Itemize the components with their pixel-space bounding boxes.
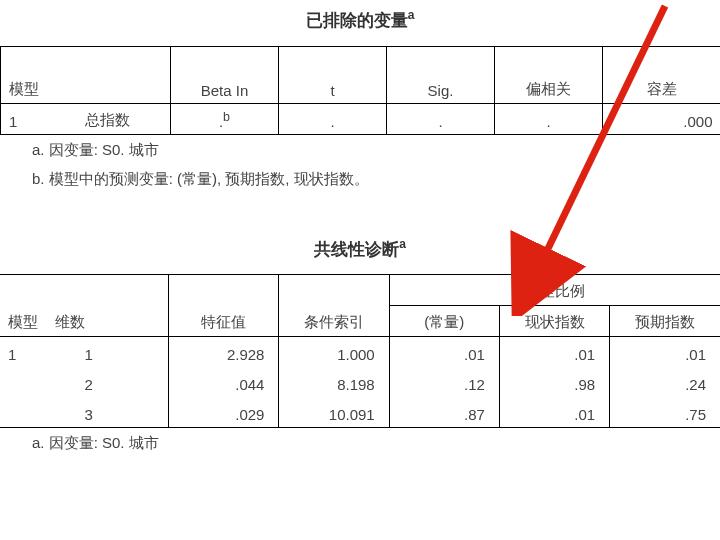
- cell-dim: 2: [76, 367, 168, 397]
- cell-sig: .: [387, 103, 495, 134]
- cell-cur: .01: [499, 337, 609, 368]
- cell-dim: 3: [76, 397, 168, 428]
- cell-cond: 8.198: [279, 367, 389, 397]
- cell-cond: 1.000: [279, 337, 389, 368]
- cell-const: .01: [389, 337, 499, 368]
- cell-exp: .01: [610, 337, 720, 368]
- cell-cur: .01: [499, 397, 609, 428]
- hdr-t: t: [279, 46, 387, 103]
- hdr2-model-dim: 模型 维数: [0, 275, 169, 337]
- cell-beta-in: .b: [171, 103, 279, 134]
- cell-eigen: .029: [169, 397, 279, 428]
- hdr-partial: 偏相关: [495, 46, 603, 103]
- table-row: 1 1 2.928 1.000 .01 .01 .01: [0, 337, 720, 368]
- hdr2-exp: 预期指数: [610, 306, 720, 337]
- cell-const: .12: [389, 367, 499, 397]
- cell-model: 1: [0, 337, 76, 368]
- cell-cur: .98: [499, 367, 609, 397]
- cell-exp: .24: [610, 367, 720, 397]
- cell-cond: 10.091: [279, 397, 389, 428]
- cell-partial: .: [495, 103, 603, 134]
- cell-model: [0, 367, 76, 397]
- cell-model-no: 1: [1, 103, 46, 134]
- cell-tolerance: .000: [603, 103, 721, 134]
- collinearity-table: 模型 维数 特征值 条件索引 方差比例 (常量) 现状指数 预期指数 1 1 2…: [0, 274, 720, 428]
- excluded-vars-table: 模型 Beta In t Sig. 偏相关 容差 1 总指数 .b . . . …: [0, 46, 720, 135]
- note-a-t1: a. 因变量: S0. 城市: [32, 141, 720, 160]
- hdr2-varprop-group: 方差比例: [389, 275, 720, 306]
- excluded-vars-title: 已排除的变量a: [0, 8, 720, 32]
- hdr2-const: (常量): [389, 306, 499, 337]
- table-row: 1 总指数 .b . . . .000: [1, 103, 721, 134]
- note-b-t1: b. 模型中的预测变量: (常量), 预期指数, 现状指数。: [32, 170, 720, 189]
- hdr2-cond: 条件索引: [279, 275, 389, 337]
- hdr-tolerance: 容差: [603, 46, 721, 103]
- note-a-t2: a. 因变量: S0. 城市: [32, 434, 720, 453]
- hdr-beta-in: Beta In: [171, 46, 279, 103]
- cell-model: [0, 397, 76, 428]
- cell-eigen: 2.928: [169, 337, 279, 368]
- cell-dim: 1: [76, 337, 168, 368]
- cell-exp: .75: [610, 397, 720, 428]
- hdr2-eigen: 特征值: [169, 275, 279, 337]
- cell-const: .87: [389, 397, 499, 428]
- cell-eigen: .044: [169, 367, 279, 397]
- cell-var-name: 总指数: [46, 103, 171, 134]
- cell-t: .: [279, 103, 387, 134]
- collinearity-title: 共线性诊断a: [0, 237, 720, 261]
- hdr-sig: Sig.: [387, 46, 495, 103]
- hdr-model: 模型: [1, 46, 171, 103]
- hdr2-cur: 现状指数: [499, 306, 609, 337]
- table-row: 3 .029 10.091 .87 .01 .75: [0, 397, 720, 428]
- table-row: 2 .044 8.198 .12 .98 .24: [0, 367, 720, 397]
